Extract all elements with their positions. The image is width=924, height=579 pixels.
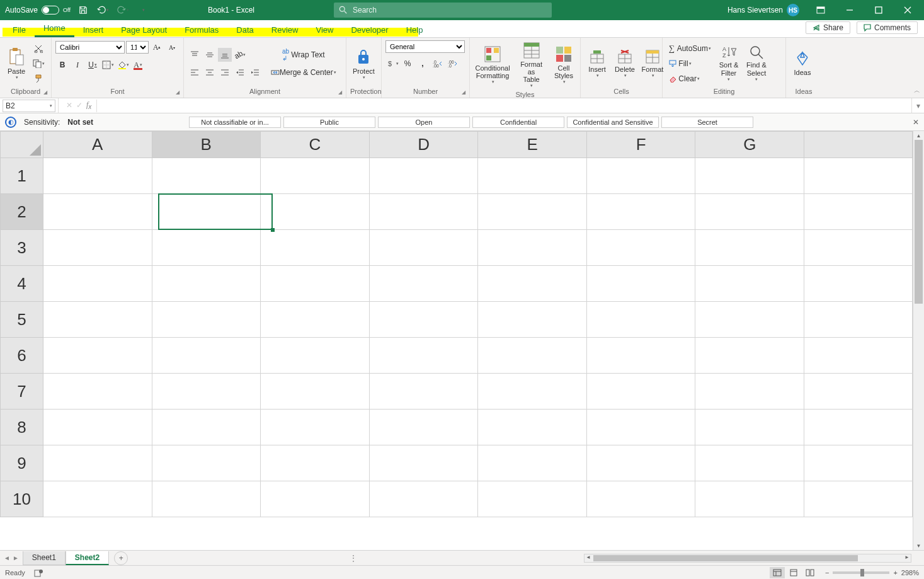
cell[interactable] bbox=[43, 481, 152, 517]
cell[interactable] bbox=[152, 230, 261, 266]
qat-customize[interactable]: ▾ bbox=[136, 3, 151, 18]
minimize-button[interactable] bbox=[836, 0, 864, 20]
row-header[interactable]: 1 bbox=[1, 158, 43, 194]
cell[interactable] bbox=[478, 194, 587, 230]
autosave-toggle[interactable]: AutoSave Off bbox=[5, 6, 71, 14]
cell[interactable] bbox=[261, 410, 370, 445]
fill-button[interactable]: Fill▾ bbox=[666, 57, 714, 71]
tab-file[interactable]: File bbox=[4, 23, 35, 37]
scrollbar-thumb[interactable] bbox=[915, 140, 923, 304]
cell[interactable] bbox=[152, 338, 261, 374]
cell[interactable] bbox=[369, 158, 478, 194]
vertical-scrollbar[interactable]: ▲ ▼ bbox=[913, 131, 924, 550]
format-painter-button[interactable] bbox=[31, 72, 45, 86]
percent-button[interactable]: % bbox=[401, 57, 414, 71]
cell[interactable] bbox=[152, 158, 261, 194]
select-all-corner[interactable] bbox=[1, 132, 43, 158]
search-input[interactable] bbox=[353, 6, 547, 14]
new-sheet-button[interactable]: + bbox=[114, 551, 128, 565]
increase-font-button[interactable]: A▴ bbox=[150, 40, 164, 54]
sheet-tab[interactable]: Sheet1 bbox=[23, 551, 66, 565]
cell[interactable] bbox=[586, 194, 695, 230]
formula-input[interactable] bbox=[96, 100, 911, 112]
paste-button[interactable]: Paste▾ bbox=[4, 46, 29, 81]
accounting-format-button[interactable]: $▾ bbox=[385, 57, 399, 71]
sensitivity-option[interactable]: Public bbox=[283, 117, 375, 128]
sort-filter-button[interactable]: AZ Sort &Filter▾ bbox=[716, 43, 741, 83]
cell[interactable] bbox=[695, 158, 804, 194]
sensitivity-option[interactable]: Confidential and Sensitive bbox=[567, 117, 659, 128]
next-sheet-button[interactable]: ► bbox=[13, 554, 19, 561]
borders-button[interactable]: ▾ bbox=[101, 58, 115, 72]
ribbon-display-options[interactable] bbox=[807, 0, 835, 20]
cell[interactable] bbox=[369, 338, 478, 374]
cell[interactable] bbox=[43, 194, 152, 230]
tab-view[interactable]: View bbox=[307, 23, 342, 37]
cell[interactable] bbox=[261, 445, 370, 481]
decrease-indent-button[interactable] bbox=[233, 66, 247, 79]
font-size-combo[interactable]: 11 bbox=[126, 41, 149, 54]
number-launcher[interactable]: ◢ bbox=[462, 89, 467, 95]
cell[interactable] bbox=[804, 302, 913, 338]
cell[interactable] bbox=[586, 445, 695, 481]
slider-thumb[interactable] bbox=[860, 569, 864, 576]
tab-home[interactable]: Home bbox=[35, 21, 74, 37]
comments-button[interactable]: Comments bbox=[857, 21, 918, 34]
column-header[interactable]: E bbox=[478, 132, 587, 158]
close-sensitivity-bar[interactable]: ✕ bbox=[913, 118, 919, 127]
cell[interactable] bbox=[261, 194, 370, 230]
underline-button[interactable]: U▾ bbox=[86, 58, 100, 72]
align-bottom-button[interactable] bbox=[218, 48, 232, 62]
clear-button[interactable]: Clear▾ bbox=[666, 72, 714, 86]
row-header[interactable]: 3 bbox=[1, 230, 43, 266]
format-as-table-button[interactable]: Format asTable▾ bbox=[514, 40, 549, 89]
cell[interactable] bbox=[152, 374, 261, 410]
cell[interactable] bbox=[804, 338, 913, 374]
cell[interactable] bbox=[586, 338, 695, 374]
page-layout-view-button[interactable] bbox=[786, 567, 801, 578]
cell[interactable] bbox=[43, 266, 152, 302]
maximize-button[interactable] bbox=[865, 0, 893, 20]
page-break-view-button[interactable] bbox=[802, 567, 818, 578]
ideas-button[interactable]: Ideas bbox=[790, 50, 815, 77]
column-header[interactable]: A bbox=[43, 132, 152, 158]
decrease-font-button[interactable]: A▾ bbox=[165, 40, 179, 54]
increase-decimal-button[interactable]: .0.00 bbox=[431, 57, 445, 71]
cell[interactable] bbox=[43, 158, 152, 194]
align-center-button[interactable] bbox=[203, 66, 217, 79]
horizontal-scrollbar[interactable]: ◄ ► bbox=[584, 554, 911, 563]
cell[interactable] bbox=[695, 445, 804, 481]
font-name-combo[interactable]: Calibri bbox=[55, 41, 125, 54]
cell[interactable] bbox=[804, 374, 913, 410]
font-launcher[interactable]: ◢ bbox=[176, 89, 181, 95]
close-button[interactable] bbox=[894, 0, 921, 20]
cell[interactable] bbox=[261, 302, 370, 338]
merge-center-button[interactable]: Merge & Center▾ bbox=[268, 66, 339, 79]
fx-button[interactable]: fx bbox=[86, 100, 91, 110]
user-account[interactable]: Hans Sievertsen HS bbox=[727, 4, 799, 16]
cell[interactable] bbox=[478, 266, 587, 302]
cell[interactable] bbox=[152, 410, 261, 445]
cell[interactable] bbox=[43, 374, 152, 410]
bold-button[interactable]: B bbox=[55, 58, 69, 72]
cell[interactable] bbox=[695, 230, 804, 266]
undo-button[interactable]: ▾ bbox=[96, 3, 111, 18]
align-right-button[interactable] bbox=[218, 66, 232, 79]
row-header[interactable]: 2 bbox=[1, 194, 43, 230]
tab-page-layout[interactable]: Page Layout bbox=[112, 23, 176, 37]
cell[interactable] bbox=[261, 481, 370, 517]
tab-insert[interactable]: Insert bbox=[74, 23, 113, 37]
cell[interactable] bbox=[478, 374, 587, 410]
redo-button[interactable]: ▾ bbox=[116, 3, 131, 18]
cell[interactable] bbox=[152, 445, 261, 481]
cell[interactable] bbox=[804, 481, 913, 517]
cell[interactable] bbox=[478, 445, 587, 481]
cell[interactable] bbox=[369, 445, 478, 481]
cell[interactable] bbox=[586, 302, 695, 338]
cell[interactable] bbox=[695, 410, 804, 445]
cell[interactable] bbox=[43, 338, 152, 374]
tab-help[interactable]: Help bbox=[397, 23, 432, 37]
row-header[interactable]: 4 bbox=[1, 266, 43, 302]
macro-record-button[interactable] bbox=[34, 568, 43, 577]
conditional-formatting-button[interactable]: ConditionalFormatting▾ bbox=[474, 44, 511, 86]
